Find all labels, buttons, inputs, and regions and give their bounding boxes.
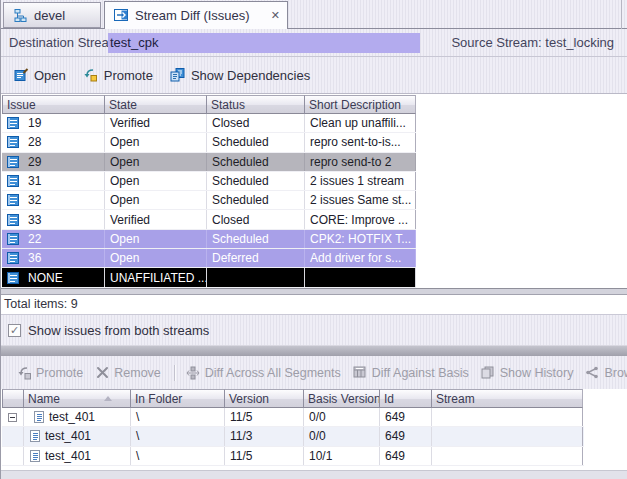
collapse-expander[interactable] [8,413,17,422]
promote-button[interactable]: Promote [83,67,153,83]
pane-splitter[interactable] [1,345,627,356]
issue-icon [7,156,19,168]
toolbar-separator [174,365,175,381]
tab-devel[interactable]: devel [3,2,101,28]
file-icon [30,450,40,462]
issue-icon [7,136,19,148]
promote-files-label: Promote [36,366,83,380]
files-table-header: Name In Folder Version Basis Version Id … [2,389,584,408]
bottom-edge [1,470,627,479]
promote-icon [83,67,99,83]
browse-versions-button[interactable]: Brow [584,365,627,381]
destination-stream-value[interactable]: test_cpk [108,33,420,53]
show-dependencies-icon [170,67,186,83]
issue-icon [7,272,19,284]
tab-active-label: Stream Diff (Issues) [135,8,250,23]
column-header-state[interactable]: State [105,95,207,114]
files-toolbar: Promote Remove Diff Across All Segments [1,356,627,389]
show-dependencies-button[interactable]: Show Dependencies [170,67,310,83]
pane-splitter[interactable] [1,288,627,295]
column-header-stream[interactable]: Stream [432,389,583,408]
stream-hierarchy-icon [12,7,28,23]
column-header-in-folder[interactable]: In Folder [131,389,225,408]
tab-devel-label: devel [34,8,65,23]
promote-icon [16,365,32,381]
file-row[interactable]: test_401 \ 11/5 0/0 649 [2,408,584,427]
diff-against-basis-label: Diff Against Basis [372,366,469,380]
issue-icon [7,233,19,245]
source-stream-label: Source Stream: test_locking [451,29,614,56]
remove-button[interactable]: Remove [94,365,161,381]
issue-row[interactable]: NONE UNAFFILIATED ... [2,268,416,287]
column-header-issue[interactable]: Issue [2,95,105,114]
diff-across-all-segments-button[interactable]: Diff Across All Segments [185,365,341,381]
stream-diff-icon [113,8,129,24]
open-button-label: Open [34,68,66,83]
issue-icon [7,194,19,206]
issues-table: Issue State Status Short Description 19 … [2,95,416,288]
open-issue-icon [13,67,29,83]
diff-against-basis-icon [352,365,368,381]
issue-icon [7,214,19,226]
tab-stream-diff-issues[interactable]: Stream Diff (Issues) ✕ [104,1,288,29]
browse-versions-icon [584,365,600,381]
open-button[interactable]: Open [13,67,66,83]
file-icon [30,430,40,442]
remove-label: Remove [114,366,161,380]
file-row[interactable]: test_401 \ 11/5 10/1 649 [2,447,584,466]
issue-row[interactable]: 36 Open Deferred Add driver for s... [2,249,416,268]
streams-bar: Destination Stream: test_cpk Source Stre… [1,29,627,57]
issue-row[interactable]: 28 Open Scheduled repro sent-to-is... [2,133,416,152]
files-table: Name In Folder Version Basis Version Id … [2,389,584,466]
issue-row[interactable]: 32 Open Scheduled 2 issues Same st... [2,191,416,210]
diff-across-segments-icon [185,365,201,381]
promote-files-button[interactable]: Promote [16,365,83,381]
issue-row[interactable]: 31 Open Scheduled 2 issues 1 stream [2,172,416,191]
issue-row[interactable]: 22 Open Scheduled CPK2: HOTFIX T... [2,230,416,249]
issues-table-header: Issue State Status Short Description [2,95,416,114]
issue-row[interactable]: 19 Verified Closed Clean up unaffili... [2,114,416,133]
file-row[interactable]: test_401 \ 11/3 0/0 649 [2,427,584,446]
issue-icon [7,117,19,129]
issues-toolbar: Open Promote Show Dependenc [1,57,627,94]
promote-button-label: Promote [104,68,153,83]
close-icon[interactable]: ✕ [271,10,280,21]
sort-ascending-icon [104,396,112,401]
diff-against-basis-button[interactable]: Diff Against Basis [352,365,469,381]
stream-diff-view: devel Stream Diff (Issues) ✕ Destination… [0,0,627,479]
total-items-status: Total items: 9 [1,295,627,314]
issue-row[interactable]: 29 Open Scheduled repro send-to 2 [2,153,416,172]
destination-stream-label: Destination Stream: [9,29,123,56]
issue-row[interactable]: 33 Verified Closed CORE: Improve ... [2,210,416,229]
remove-icon [94,365,110,381]
show-history-label: Show History [500,366,574,380]
browse-versions-label: Brow [604,366,627,380]
column-header-basis-version[interactable]: Basis Version [304,389,380,408]
column-header-short-description[interactable]: Short Description [305,95,416,114]
column-header-name[interactable]: Name [24,389,131,408]
column-header-id[interactable]: Id [380,389,432,408]
show-history-icon [480,365,496,381]
issue-icon [7,252,19,264]
show-dependencies-button-label: Show Dependencies [191,68,310,83]
show-history-button[interactable]: Show History [480,365,574,381]
file-icon [34,411,44,423]
diff-across-all-segments-label: Diff Across All Segments [205,366,341,380]
show-both-streams-label[interactable]: Show issues from both streams [28,323,209,338]
filter-bar: ✓ Show issues from both streams [1,314,627,345]
column-header-expand [2,389,24,408]
column-header-version[interactable]: Version [225,389,304,408]
tab-bar: devel Stream Diff (Issues) ✕ [1,0,627,29]
show-both-streams-checkbox[interactable]: ✓ [8,324,21,337]
issue-icon [7,175,19,187]
column-header-status[interactable]: Status [207,95,305,114]
